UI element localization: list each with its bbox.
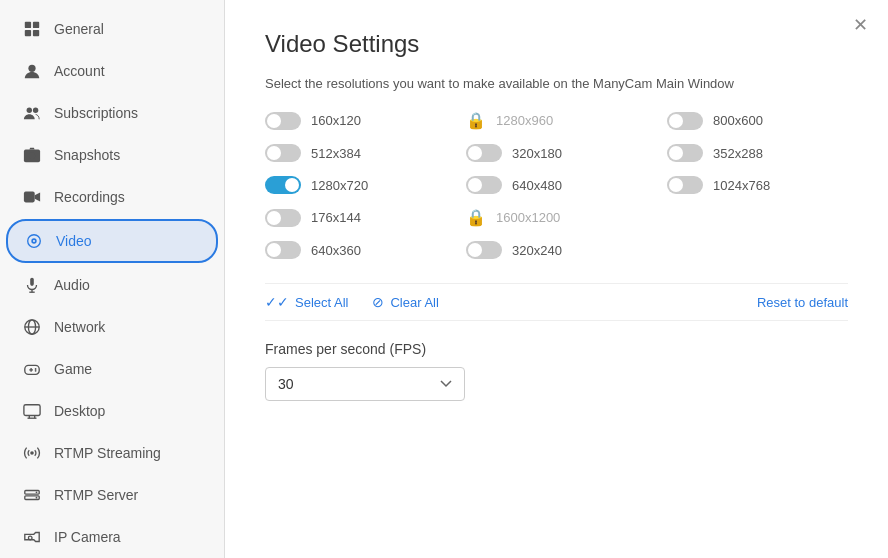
resolution-label-320x180: 320x180: [512, 146, 562, 161]
svg-point-34: [28, 536, 32, 540]
toggle-640x360[interactable]: [265, 241, 301, 259]
svg-point-32: [36, 491, 38, 493]
resolution-item-160x120[interactable]: 160x120: [265, 111, 446, 130]
resolution-item-800x600[interactable]: 800x600: [667, 111, 848, 130]
subtitle: Select the resolutions you want to make …: [265, 76, 848, 91]
toggle-352x288[interactable]: [667, 144, 703, 162]
resolution-label-1280x720: 1280x720: [311, 178, 368, 193]
fps-select-wrapper: 15202529.973060: [265, 367, 465, 401]
sidebar-item-audio-label: Audio: [54, 277, 90, 293]
checkmark-icon: ✓✓: [265, 294, 289, 310]
toggle-640x480[interactable]: [466, 176, 502, 194]
sidebar-item-account-label: Account: [54, 63, 105, 79]
svg-point-5: [27, 108, 32, 113]
svg-point-24: [35, 370, 37, 372]
sidebar-item-ip-camera-label: IP Camera: [54, 529, 121, 545]
sidebar-item-recordings-label: Recordings: [54, 189, 125, 205]
resolution-item-640x360[interactable]: 640x360: [265, 241, 446, 259]
resolution-item-352x288[interactable]: 352x288: [667, 144, 848, 162]
desktop-icon: [22, 401, 42, 421]
resolution-item-1280x960[interactable]: 🔒1280x960: [466, 111, 647, 130]
svg-point-8: [29, 153, 35, 159]
snapshots-icon: [22, 145, 42, 165]
sidebar-item-rtmp-streaming-label: RTMP Streaming: [54, 445, 161, 461]
resolution-item-640x480[interactable]: 640x480: [466, 176, 647, 194]
svg-rect-14: [30, 278, 34, 286]
sidebar-item-network-label: Network: [54, 319, 105, 335]
svg-point-4: [28, 65, 35, 72]
svg-point-29: [30, 451, 34, 455]
sidebar-item-game[interactable]: Game: [6, 349, 218, 389]
svg-rect-9: [24, 192, 35, 203]
close-button[interactable]: ✕: [853, 16, 868, 34]
resolution-item-176x144[interactable]: 176x144: [265, 208, 446, 227]
svg-point-33: [36, 497, 38, 499]
resolution-label-352x288: 352x288: [713, 146, 763, 161]
toggle-800x600[interactable]: [667, 112, 703, 130]
subscriptions-icon: [22, 103, 42, 123]
sidebar-item-rtmp-streaming[interactable]: RTMP Streaming: [6, 433, 218, 473]
page-title: Video Settings: [265, 30, 848, 58]
sidebar-item-ip-camera[interactable]: IP Camera: [6, 517, 218, 557]
svg-rect-2: [25, 30, 31, 36]
svg-point-23: [35, 368, 37, 370]
recordings-icon: [22, 187, 42, 207]
network-icon: [22, 317, 42, 337]
toggle-176x144[interactable]: [265, 209, 301, 227]
sidebar-item-video-label: Video: [56, 233, 92, 249]
sidebar-item-snapshots-label: Snapshots: [54, 147, 120, 163]
resolution-label-800x600: 800x600: [713, 113, 763, 128]
resolution-item-1280x720[interactable]: 1280x720: [265, 176, 446, 194]
sidebar-item-desktop[interactable]: Desktop: [6, 391, 218, 431]
lock-icon: 🔒: [466, 208, 486, 227]
sidebar-item-rtmp-server-label: RTMP Server: [54, 487, 138, 503]
toggle-1024x768[interactable]: [667, 176, 703, 194]
resolution-item-320x240[interactable]: 320x240: [466, 241, 647, 259]
svg-point-6: [33, 108, 38, 113]
sidebar-item-account[interactable]: Account: [6, 51, 218, 91]
lock-icon: 🔒: [466, 111, 486, 130]
cancel-icon: ⊘: [372, 294, 384, 310]
resolution-label-640x360: 640x360: [311, 243, 361, 258]
general-icon: [22, 19, 42, 39]
clear-all-button[interactable]: ⊘ Clear All: [372, 294, 438, 310]
sidebar-item-general[interactable]: General: [6, 9, 218, 49]
svg-rect-3: [33, 30, 39, 36]
toggle-320x180[interactable]: [466, 144, 502, 162]
resolution-label-1024x768: 1024x768: [713, 178, 770, 193]
sidebar-item-network[interactable]: Network: [6, 307, 218, 347]
resolution-label-1280x960: 1280x960: [496, 113, 553, 128]
sidebar-item-desktop-label: Desktop: [54, 403, 105, 419]
toggle-1280x720[interactable]: [265, 176, 301, 194]
resolution-item-512x384[interactable]: 512x384: [265, 144, 446, 162]
resolution-item-1024x768[interactable]: 1024x768: [667, 176, 848, 194]
sidebar-item-audio[interactable]: Audio: [6, 265, 218, 305]
resolution-grid: 160x120🔒1280x960800x600512x384320x180352…: [265, 111, 848, 259]
select-all-button[interactable]: ✓✓ Select All: [265, 294, 348, 310]
main-content: ✕ Video Settings Select the resolutions …: [225, 0, 888, 558]
toggle-512x384[interactable]: [265, 144, 301, 162]
svg-rect-0: [25, 22, 31, 28]
svg-rect-25: [24, 405, 40, 416]
rtmp-streaming-icon: [22, 443, 42, 463]
fps-label: Frames per second (FPS): [265, 341, 848, 357]
resolution-label-1600x1200: 1600x1200: [496, 210, 560, 225]
sidebar-item-snapshots[interactable]: Snapshots: [6, 135, 218, 175]
sidebar-item-game-label: Game: [54, 361, 92, 377]
resolution-item-320x180[interactable]: 320x180: [466, 144, 647, 162]
sidebar-item-general-label: General: [54, 21, 104, 37]
toggle-320x240[interactable]: [466, 241, 502, 259]
game-icon: [22, 359, 42, 379]
video-icon: [24, 231, 44, 251]
toggle-160x120[interactable]: [265, 112, 301, 130]
svg-point-13: [33, 240, 35, 242]
sidebar-item-rtmp-server[interactable]: RTMP Server: [6, 475, 218, 515]
resolution-item-1600x1200[interactable]: 🔒1600x1200: [466, 208, 647, 227]
reset-button[interactable]: Reset to default: [757, 295, 848, 310]
clear-all-label: Clear All: [390, 295, 438, 310]
resolution-label-512x384: 512x384: [311, 146, 361, 161]
sidebar-item-video[interactable]: Video: [6, 219, 218, 263]
sidebar-item-recordings[interactable]: Recordings: [6, 177, 218, 217]
fps-select[interactable]: 15202529.973060: [265, 367, 465, 401]
sidebar-item-subscriptions[interactable]: Subscriptions: [6, 93, 218, 133]
